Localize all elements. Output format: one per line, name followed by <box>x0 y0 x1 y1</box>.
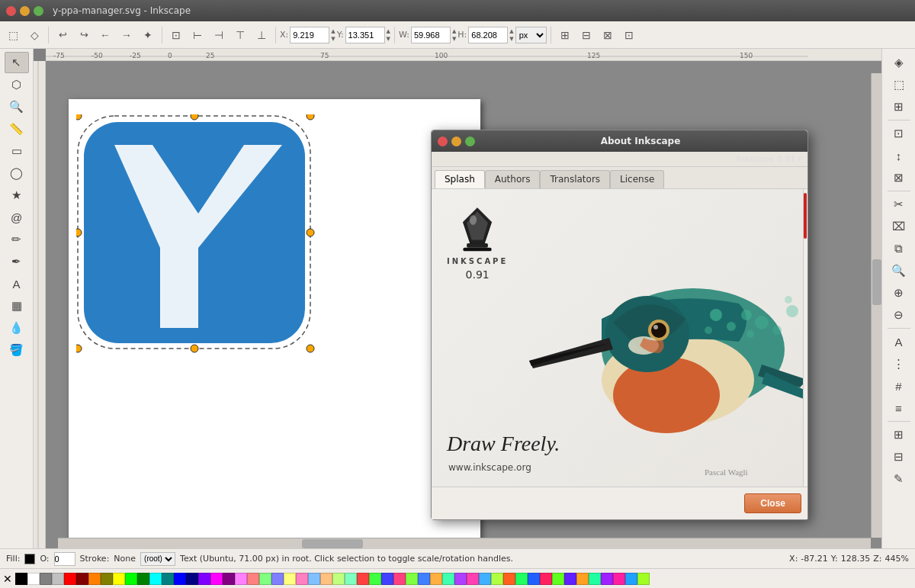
palette-color-swatch[interactable] <box>149 573 162 585</box>
palette-color-swatch[interactable] <box>174 573 186 585</box>
palette-color-swatch[interactable] <box>467 573 479 585</box>
transform-btn1[interactable]: ⊞ <box>555 25 575 45</box>
close-window-button[interactable] <box>6 6 16 16</box>
toolbar-align3-btn[interactable]: ⊣ <box>209 25 229 45</box>
palette-color-swatch[interactable] <box>210 573 223 585</box>
palette-color-swatch[interactable] <box>613 573 625 585</box>
tool-star[interactable]: ★ <box>5 185 29 206</box>
palette-color-swatch[interactable] <box>113 573 125 585</box>
transform-btn4[interactable]: ⊡ <box>619 25 639 45</box>
tab-splash[interactable]: Splash <box>435 170 485 188</box>
maximize-window-button[interactable] <box>34 6 43 16</box>
right-tool-5[interactable]: ↕ <box>887 145 911 166</box>
tool-calligraphy[interactable]: ✒ <box>5 251 29 272</box>
tab-translators[interactable]: Translators <box>540 170 610 188</box>
toolbar-undo-btn[interactable]: ↩ <box>53 25 72 45</box>
palette-color-swatch[interactable] <box>296 573 308 585</box>
unit-select[interactable]: pxmmcmin <box>515 27 547 43</box>
palette-color-swatch[interactable] <box>381 573 393 585</box>
palette-color-swatch[interactable] <box>332 573 345 585</box>
palette-color-swatch[interactable] <box>491 573 503 585</box>
tool-node[interactable]: ⬡ <box>5 74 29 95</box>
transform-btn2[interactable]: ⊟ <box>576 25 596 45</box>
w-input[interactable] <box>411 27 451 43</box>
palette-color-swatch[interactable] <box>430 573 442 585</box>
dialog-close-btn[interactable] <box>438 137 448 146</box>
no-paint-btn[interactable]: ✕ <box>3 573 12 585</box>
scroll-bar-area[interactable] <box>803 189 807 487</box>
toolbar-align2-btn[interactable]: ⊢ <box>188 25 207 45</box>
palette-color-swatch[interactable] <box>576 573 589 585</box>
fill-swatch[interactable] <box>24 554 35 564</box>
w-spinners[interactable]: ▲▼ <box>452 27 456 43</box>
palette-color-swatch[interactable] <box>406 573 418 585</box>
right-tool-4[interactable]: ⊡ <box>887 123 911 144</box>
palette-color-swatch[interactable] <box>186 573 198 585</box>
minimize-window-button[interactable] <box>20 6 30 16</box>
tool-zoom[interactable]: 🔍 <box>5 96 29 117</box>
right-tool-15[interactable]: # <box>887 375 911 397</box>
palette-color-swatch[interactable] <box>284 573 296 585</box>
palette-color-swatch[interactable] <box>369 573 381 585</box>
palette-color-swatch[interactable] <box>528 573 540 585</box>
toolbar-align4-btn[interactable]: ⊤ <box>230 25 250 45</box>
right-tool-9[interactable]: ⧉ <box>887 238 911 259</box>
palette-color-swatch[interactable] <box>503 573 515 585</box>
palette-color-swatch[interactable] <box>601 573 613 585</box>
right-tool-2[interactable]: ⬚ <box>887 74 911 95</box>
h-spinners[interactable]: ▲▼ <box>509 27 513 43</box>
right-tool-1[interactable]: ◈ <box>887 52 911 73</box>
palette-color-swatch[interactable] <box>27 573 40 585</box>
tool-rect[interactable]: ▭ <box>5 140 29 162</box>
tab-authors[interactable]: Authors <box>485 170 541 188</box>
palette-color-swatch[interactable] <box>320 573 332 585</box>
toolbar-zoom-btn[interactable]: ✦ <box>138 25 158 45</box>
right-tool-14[interactable]: ⋮ <box>887 353 911 374</box>
dialog-minimize-btn[interactable] <box>451 137 461 146</box>
palette-color-swatch[interactable] <box>625 573 637 585</box>
tool-select[interactable]: ↖ <box>5 52 29 73</box>
toolbar-redo-btn[interactable]: ↪ <box>74 25 94 45</box>
y-input[interactable] <box>345 27 385 43</box>
y-spinners[interactable]: ▲▼ <box>387 27 390 43</box>
h-input[interactable] <box>468 27 508 43</box>
palette-color-swatch[interactable] <box>552 573 564 585</box>
right-tool-19[interactable]: ✎ <box>887 468 911 490</box>
tool-pencil[interactable]: ✏ <box>5 229 29 250</box>
palette-color-swatch[interactable] <box>64 573 76 585</box>
tool-text[interactable]: A <box>5 273 29 294</box>
palette-color-swatch[interactable] <box>345 573 357 585</box>
right-tool-17[interactable]: ⊞ <box>887 424 911 445</box>
tool-spiral[interactable]: @ <box>5 207 29 228</box>
palette-color-swatch[interactable] <box>235 573 247 585</box>
palette-color-swatch[interactable] <box>247 573 259 585</box>
toolbar-align1-btn[interactable]: ⊡ <box>166 25 186 45</box>
horizontal-scrollbar[interactable] <box>58 538 871 548</box>
dialog-maximize-btn[interactable] <box>465 137 475 146</box>
palette-color-swatch[interactable] <box>259 573 271 585</box>
dialog-window-controls[interactable] <box>438 137 475 146</box>
vertical-scrollbar[interactable] <box>871 73 881 538</box>
palette-color-swatch[interactable] <box>393 573 406 585</box>
opacity-input[interactable] <box>54 552 75 566</box>
toolbar-forward-btn[interactable]: → <box>117 25 136 45</box>
right-tool-6[interactable]: ⊠ <box>887 167 911 188</box>
palette-color-swatch[interactable] <box>515 573 528 585</box>
scrollbar-h-thumb[interactable] <box>302 539 363 548</box>
palette-color-swatch[interactable] <box>454 573 467 585</box>
right-tool-10[interactable]: 🔍 <box>887 260 911 281</box>
palette-color-swatch[interactable] <box>357 573 369 585</box>
layer-select[interactable]: (root) <box>140 552 175 566</box>
x-input[interactable] <box>290 27 329 43</box>
palette-color-swatch[interactable] <box>137 573 149 585</box>
toolbar-node-btn[interactable]: ◇ <box>24 25 44 45</box>
palette-color-swatch[interactable] <box>125 573 137 585</box>
palette-color-swatch[interactable] <box>198 573 210 585</box>
right-tool-13[interactable]: A <box>887 331 911 352</box>
palette-color-swatch[interactable] <box>308 573 320 585</box>
toolbar-select-btn[interactable]: ⬚ <box>3 25 23 45</box>
palette-color-swatch[interactable] <box>52 573 64 585</box>
palette-color-swatch[interactable] <box>40 573 52 585</box>
palette-color-swatch[interactable] <box>418 573 430 585</box>
scroll-indicator[interactable] <box>804 193 807 239</box>
